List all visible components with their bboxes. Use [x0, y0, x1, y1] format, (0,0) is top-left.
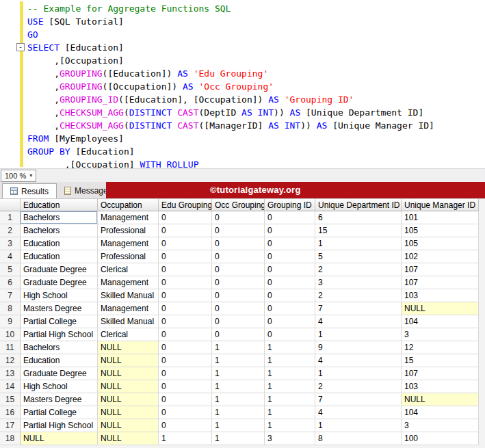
grid-cell[interactable]: Education [21, 354, 98, 367]
grid-cell[interactable]: 1 [212, 419, 265, 432]
grid-cell[interactable]: NULL [98, 432, 159, 445]
grid-cell[interactable]: 0 [212, 224, 265, 237]
grid-cell[interactable]: 15 [315, 224, 402, 237]
row-number[interactable]: 6 [0, 276, 21, 289]
grid-cell[interactable]: 0 [265, 211, 315, 224]
grid-cell[interactable]: 1 [265, 354, 315, 367]
grid-cell[interactable]: Education [21, 250, 98, 263]
grid-cell[interactable]: 8 [315, 432, 402, 445]
grid-cell[interactable]: 107 [402, 263, 479, 276]
row-number[interactable]: 10 [0, 328, 21, 341]
grid-cell[interactable]: Bachelors [21, 224, 98, 237]
grid-cell[interactable]: 0 [159, 354, 212, 367]
grid-cell[interactable]: NULL [98, 354, 159, 367]
grid-corner[interactable] [0, 199, 21, 211]
grid-cell[interactable]: Management [98, 211, 159, 224]
grid-cell[interactable]: 6 [315, 211, 402, 224]
grid-cell[interactable]: 0 [159, 276, 212, 289]
grid-cell[interactable]: Graduate Degree [21, 367, 98, 380]
row-number[interactable]: 4 [0, 250, 21, 263]
grid-cell[interactable]: 104 [402, 315, 479, 328]
grid-cell[interactable]: NULL [21, 432, 98, 445]
column-header-unique-department-id[interactable]: Unique Department ID [315, 199, 402, 211]
horizontal-scrollbar[interactable] [37, 170, 484, 182]
grid-cell[interactable]: 107 [402, 276, 479, 289]
grid-cell[interactable]: 0 [159, 224, 212, 237]
grid-cell[interactable]: 1 [212, 432, 265, 445]
column-header-occ-grouping[interactable]: Occ Grouping [212, 199, 265, 211]
grid-cell[interactable]: 0 [159, 419, 212, 432]
grid-cell[interactable]: Partial College [21, 315, 98, 328]
grid-cell[interactable]: 101 [402, 211, 479, 224]
row-number[interactable]: 7 [0, 289, 21, 302]
grid-cell[interactable]: NULL [98, 393, 159, 406]
grid-cell[interactable]: 100 [402, 432, 479, 445]
grid-cell[interactable]: Management [98, 237, 159, 250]
grid-cell[interactable]: 9 [315, 341, 402, 354]
grid-cell[interactable]: 0 [212, 315, 265, 328]
row-number[interactable]: 16 [0, 406, 21, 419]
grid-cell[interactable]: 0 [265, 276, 315, 289]
grid-cell[interactable]: 105 [402, 237, 479, 250]
grid-cell[interactable]: 0 [159, 302, 212, 315]
grid-cell[interactable]: Professional [98, 250, 159, 263]
grid-cell[interactable]: 0 [265, 302, 315, 315]
grid-cell[interactable]: 102 [402, 250, 479, 263]
grid-cell[interactable]: 0 [265, 250, 315, 263]
grid-cell[interactable]: 0 [265, 237, 315, 250]
grid-cell[interactable]: 0 [265, 263, 315, 276]
grid-cell[interactable]: 0 [159, 289, 212, 302]
row-number[interactable]: 2 [0, 224, 21, 237]
tab-results[interactable]: Results [2, 183, 57, 198]
grid-cell[interactable]: Professional [98, 224, 159, 237]
grid-cell[interactable]: Management [98, 276, 159, 289]
grid-cell[interactable]: NULL [402, 393, 479, 406]
grid-cell[interactable]: 1 [315, 237, 402, 250]
grid-cell[interactable]: Skilled Manual [98, 315, 159, 328]
grid-cell[interactable]: 0 [159, 328, 212, 341]
grid-cell[interactable]: NULL [98, 341, 159, 354]
grid-cell[interactable]: 1 [265, 380, 315, 393]
grid-cell[interactable]: 0 [159, 315, 212, 328]
grid-cell[interactable]: 1 [159, 432, 212, 445]
grid-cell[interactable]: 1 [212, 367, 265, 380]
grid-cell[interactable]: 1 [265, 419, 315, 432]
zoom-control[interactable]: 100 % ▾ [1, 170, 36, 182]
grid-cell[interactable]: 1 [265, 341, 315, 354]
grid-cell[interactable]: 0 [159, 367, 212, 380]
grid-cell[interactable]: 0 [159, 393, 212, 406]
grid-cell[interactable]: NULL [98, 406, 159, 419]
row-number[interactable]: 1 [0, 211, 21, 224]
grid-cell[interactable]: 1 [265, 367, 315, 380]
grid-cell[interactable]: 3 [265, 432, 315, 445]
row-number[interactable]: 12 [0, 354, 21, 367]
row-number[interactable]: 11 [0, 341, 21, 354]
grid-cell[interactable]: NULL [98, 380, 159, 393]
grid-cell[interactable]: 1 [315, 328, 402, 341]
grid-cell[interactable]: 0 [212, 276, 265, 289]
grid-cell[interactable]: 0 [212, 289, 265, 302]
grid-cell[interactable]: 2 [315, 289, 402, 302]
row-number[interactable]: 5 [0, 263, 21, 276]
grid-cell[interactable]: Graduate Degree [21, 263, 98, 276]
column-header-grouping-id[interactable]: Grouping ID [265, 199, 315, 211]
grid-cell[interactable]: 2 [315, 380, 402, 393]
grid-cell[interactable]: NULL [402, 302, 479, 315]
grid-cell[interactable]: 1 [212, 380, 265, 393]
row-number[interactable]: 8 [0, 302, 21, 315]
grid-cell[interactable]: 0 [212, 250, 265, 263]
grid-cell[interactable]: Education [21, 237, 98, 250]
grid-cell[interactable]: 2 [315, 263, 402, 276]
grid-cell[interactable]: 1 [315, 419, 402, 432]
grid-cell[interactable]: 0 [265, 289, 315, 302]
grid-cell[interactable]: 5 [315, 250, 402, 263]
row-number[interactable]: 17 [0, 419, 21, 432]
grid-cell[interactable]: 1 [265, 406, 315, 419]
grid-cell[interactable]: 0 [159, 380, 212, 393]
grid-cell[interactable]: 7 [315, 393, 402, 406]
grid-cell[interactable]: 3 [402, 419, 479, 432]
grid-cell[interactable]: 1 [265, 393, 315, 406]
grid-cell[interactable]: 0 [265, 224, 315, 237]
grid-cell[interactable]: 105 [402, 224, 479, 237]
row-number[interactable]: 18 [0, 432, 21, 445]
